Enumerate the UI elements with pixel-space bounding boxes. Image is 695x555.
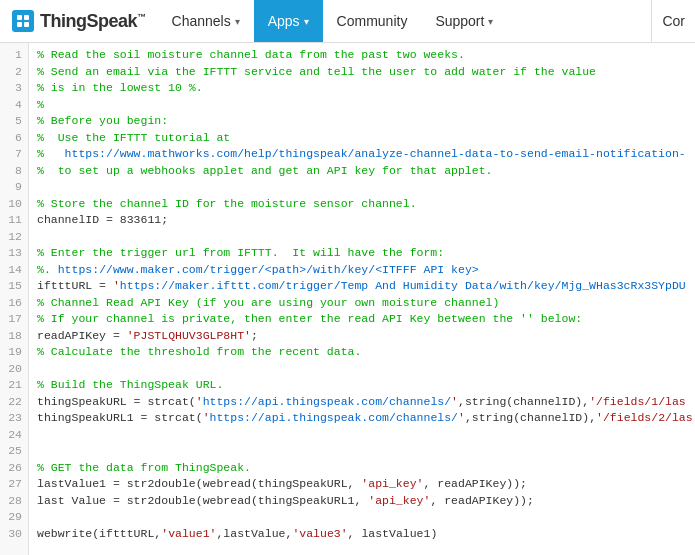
line-numbers: 1 2 3 4 5 6 7 8 9 10 11 12 13 14 15 16 1…	[0, 43, 29, 555]
ln-9: 9	[0, 179, 28, 196]
code-editor[interactable]: % Read the soil moisture channel data fr…	[29, 43, 695, 555]
url-mathworks[interactable]: https://www.mathworks.com/help/thingspea…	[65, 147, 686, 160]
logo-icon	[12, 10, 34, 32]
code-line-3: % is in the lowest 10 %.	[37, 80, 687, 97]
nav-community[interactable]: Community	[323, 0, 422, 42]
channels-caret: ▾	[235, 16, 240, 27]
url-ifttt[interactable]: https://maker.ifttt.com/trigger/Temp And…	[120, 279, 686, 292]
ln-10: 10	[0, 196, 28, 213]
ln-16: 16	[0, 295, 28, 312]
code-line-16: % Channel Read API Key (if you are using…	[37, 295, 687, 312]
ln-28: 28	[0, 493, 28, 510]
ln-5: 5	[0, 113, 28, 130]
code-container: 1 2 3 4 5 6 7 8 9 10 11 12 13 14 15 16 1…	[0, 43, 695, 555]
code-line-20	[37, 361, 687, 378]
ln-7: 7	[0, 146, 28, 163]
ln-18: 18	[0, 328, 28, 345]
brand-name: ThingSpeak™	[40, 11, 146, 32]
nav-apps[interactable]: Apps ▾	[254, 0, 323, 42]
code-line-10: % Store the channel ID for the moisture …	[37, 196, 687, 213]
svg-rect-1	[24, 15, 29, 20]
url-maker-form[interactable]: https://www.maker.com/trigger/<path>/wit…	[58, 263, 479, 276]
nav-support[interactable]: Support ▾	[421, 0, 507, 42]
ln-2: 2	[0, 64, 28, 81]
code-line-23: thingSpeakURL1 = strcat('https://api.thi…	[37, 410, 687, 427]
ln-12: 12	[0, 229, 28, 246]
ln-26: 26	[0, 460, 28, 477]
ln-29: 29	[0, 509, 28, 526]
code-line-22: thingSpeakURL = strcat('https://api.thin…	[37, 394, 687, 411]
ln-22: 22	[0, 394, 28, 411]
ln-27: 27	[0, 476, 28, 493]
ln-24: 24	[0, 427, 28, 444]
url-thingspeak-2[interactable]: https://api.thingspeak.com/channels/	[210, 411, 458, 424]
code-line-28: last Value = str2double(webread(thingSpe…	[37, 493, 687, 510]
ln-1: 1	[0, 47, 28, 64]
code-line-21: % Build the ThingSpeak URL.	[37, 377, 687, 394]
ln-11: 11	[0, 212, 28, 229]
url-thingspeak-1[interactable]: https://api.thingspeak.com/channels/	[203, 395, 451, 408]
code-line-11: channelID = 833611;	[37, 212, 687, 229]
code-line-24	[37, 427, 687, 444]
ln-15: 15	[0, 278, 28, 295]
ln-13: 13	[0, 245, 28, 262]
svg-rect-0	[17, 15, 22, 20]
ln-4: 4	[0, 97, 28, 114]
code-line-30: webwrite(iftttURL,'value1',lastValue,'va…	[37, 526, 687, 543]
navbar: ThingSpeak™ Channels ▾ Apps ▾ Community …	[0, 0, 695, 43]
ln-6: 6	[0, 130, 28, 147]
code-line-5: % Before you begin:	[37, 113, 687, 130]
code-line-29	[37, 509, 687, 526]
code-line-27: lastValue1 = str2double(webread(thingSpe…	[37, 476, 687, 493]
nav-channels[interactable]: Channels ▾	[158, 0, 254, 42]
ln-21: 21	[0, 377, 28, 394]
ln-17: 17	[0, 311, 28, 328]
code-line-9	[37, 179, 687, 196]
brand-logo[interactable]: ThingSpeak™	[0, 0, 158, 42]
ln-14: 14	[0, 262, 28, 279]
code-line-8: % to set up a webhooks applet and get an…	[37, 163, 687, 180]
code-line-25	[37, 443, 687, 460]
nav-corner[interactable]: Cor	[651, 0, 695, 42]
code-line-17: % If your channel is private, then enter…	[37, 311, 687, 328]
svg-rect-2	[17, 22, 22, 27]
code-line-19: % Calculate the threshold from the recen…	[37, 344, 687, 361]
code-line-7: % https://www.mathworks.com/help/thingsp…	[37, 146, 687, 163]
code-line-6: % Use the IFTTT tutorial at	[37, 130, 687, 147]
code-line-1: % Read the soil moisture channel data fr…	[37, 47, 687, 64]
app-container: ThingSpeak™ Channels ▾ Apps ▾ Community …	[0, 0, 695, 555]
svg-rect-3	[24, 22, 29, 27]
ln-8: 8	[0, 163, 28, 180]
apps-caret: ▾	[304, 16, 309, 27]
code-line-14: %. https://www.maker.com/trigger/<path>/…	[37, 262, 687, 279]
code-line-13: % Enter the trigger url from IFTTT. It w…	[37, 245, 687, 262]
code-line-4: %	[37, 97, 687, 114]
ln-20: 20	[0, 361, 28, 378]
code-line-2: % Send an email via the IFTTT service an…	[37, 64, 687, 81]
ln-19: 19	[0, 344, 28, 361]
code-line-15: iftttURL = 'https://maker.ifttt.com/trig…	[37, 278, 687, 295]
ln-23: 23	[0, 410, 28, 427]
code-line-12	[37, 229, 687, 246]
ln-25: 25	[0, 443, 28, 460]
ln-30: 30	[0, 526, 28, 543]
support-caret: ▾	[488, 16, 493, 27]
ln-3: 3	[0, 80, 28, 97]
code-line-18: readAPIKey = 'PJSTLQHUV3GLP8HT';	[37, 328, 687, 345]
code-line-26: % GET the data from ThingSpeak.	[37, 460, 687, 477]
